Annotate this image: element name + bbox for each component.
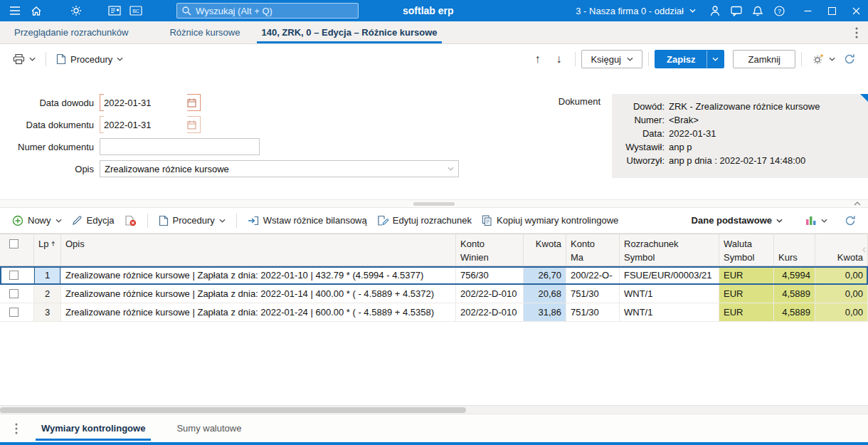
bottom-tabbar: Wymiary kontrolingowe Sumy walutowe — [0, 414, 868, 442]
column-header-konto-ma[interactable]: Konto Ma — [566, 234, 620, 266]
help-icon[interactable]: ? — [768, 0, 790, 21]
column-header-waluta-symbol[interactable]: Waluta Symbol — [719, 234, 774, 266]
bottom-tabs-menu-icon[interactable] — [7, 414, 26, 442]
scrollbar-thumb[interactable] — [0, 407, 466, 413]
column-header-waluta-kwota[interactable]: Kwota — [815, 234, 868, 266]
home-icon[interactable] — [26, 0, 47, 21]
zapisz-dropdown-chevron[interactable] — [706, 51, 724, 68]
minimize-button[interactable] — [795, 0, 820, 21]
cell-kwota: 26,70 — [524, 266, 566, 285]
chat-icon[interactable] — [726, 0, 747, 21]
opis-value[interactable] — [100, 164, 448, 174]
edit-row-button[interactable]: Edycja — [67, 211, 120, 231]
column-header-lp[interactable]: Lp — [34, 234, 61, 266]
print-button[interactable] — [9, 49, 40, 69]
table-row[interactable]: 2 Zrealizowane różnice kursowe | Zapłata… — [0, 285, 868, 303]
tab-sumy-walutowe[interactable]: Sumy walutowe — [171, 414, 247, 442]
column-scroll-left-icon[interactable]: ‹ — [862, 243, 866, 256]
calendar-icon[interactable] — [187, 98, 196, 108]
app-title: softlab erp — [403, 5, 454, 16]
zapisz-button[interactable]: Zapisz — [655, 50, 724, 68]
tab-zrk-edycja-active[interactable]: 140, ZRK, 0 – Edycja – Różnice kursowe — [257, 21, 441, 43]
header-label: Kurs — [778, 251, 810, 264]
chevron-down-icon[interactable] — [448, 167, 458, 171]
cell-opis: Zrealizowane różnice kursowe | Zapłata z… — [61, 303, 456, 322]
view-selector[interactable]: Dane podstawowe — [687, 211, 788, 231]
chart-columns-icon[interactable] — [800, 211, 832, 231]
edit-row-label: Edycja — [87, 215, 115, 226]
panel-splitter[interactable] — [0, 199, 868, 208]
maximize-button[interactable] — [820, 0, 844, 21]
separator — [46, 52, 46, 66]
row-checkbox[interactable] — [9, 271, 18, 280]
opis-combo-input[interactable] — [100, 160, 459, 177]
new-row-button[interactable]: Nowy — [7, 211, 67, 231]
numer-dokumentu-input[interactable] — [100, 138, 260, 155]
delete-row-icon[interactable] — [120, 211, 142, 231]
column-header-kwota-winien[interactable]: Kwota — [524, 234, 566, 266]
data-dowodu-value[interactable] — [104, 94, 187, 111]
data-dowodu-input[interactable] — [100, 94, 201, 111]
tab-label: Wymiary kontrolingowe — [41, 423, 145, 434]
cell-value: 2 — [45, 288, 50, 299]
cell-rozrachunek: WNT/1 — [620, 303, 719, 322]
splitter-handle[interactable] — [413, 202, 455, 206]
tab-label: Sumy walutowe — [176, 423, 241, 434]
tab-label: 140, ZRK, 0 – Edycja – Różnice kursowe — [261, 27, 437, 38]
close-button[interactable] — [844, 0, 868, 21]
search-input[interactable] — [196, 6, 354, 16]
personalization-icon[interactable] — [808, 49, 840, 69]
collapse-panel-chevron-up-icon[interactable] — [854, 201, 861, 206]
data-dokumentu-input[interactable] — [100, 116, 201, 133]
edit-settlement-button[interactable]: Edytuj rozrachunek — [372, 211, 477, 231]
notifications-bell-icon[interactable] — [747, 0, 768, 21]
tab-label: Przeglądanie rozrachunków — [14, 27, 128, 38]
tab-overflow-menu-icon[interactable] — [845, 21, 868, 43]
move-down-button[interactable]: ↓ — [548, 49, 569, 69]
chevron-down-icon — [712, 57, 719, 61]
cell-value: EUR — [724, 288, 743, 299]
global-search[interactable] — [176, 3, 359, 19]
tab-wymiary-kontrolingowe[interactable]: Wymiary kontrolingowe — [36, 414, 151, 442]
grid-procedures-label: Procedury — [173, 215, 215, 226]
horizontal-scrollbar[interactable] — [0, 405, 868, 414]
tab-przegladanie-rozrachunkow[interactable]: Przeglądanie rozrachunków — [10, 21, 132, 43]
header-label: Konto — [460, 237, 519, 251]
column-header-kurs[interactable]: Kurs — [774, 234, 815, 266]
doc-info-value: <Brak> — [669, 113, 864, 127]
document-info-panel: Dowód:ZRK - Zrealizowane różnice kursowe… — [612, 94, 868, 178]
cell-kurs: 4,5889 — [774, 285, 815, 303]
user-icon[interactable] — [704, 0, 726, 21]
row-checkbox[interactable] — [9, 289, 18, 298]
table-row[interactable]: 3 Zrealizowane różnice kursowe | Zapłata… — [0, 303, 868, 322]
zamknij-button[interactable]: Zamknij — [733, 50, 795, 68]
grid-refresh-icon[interactable] — [840, 211, 861, 231]
column-header-rozrachunek[interactable]: Rozrachunek Symbol — [620, 234, 719, 266]
grid-procedures-button[interactable]: Procedury — [154, 211, 231, 231]
company-selector[interactable]: 3 - Nasza firma 0 - oddział — [567, 0, 704, 21]
settings-icon[interactable] — [65, 0, 87, 21]
insert-balance-diff-button[interactable]: Wstaw różnice bilansową — [243, 211, 372, 231]
table-row[interactable]: 1 Zrealizowane różnice kursowe | Zapłata… — [0, 266, 868, 285]
field-label-data-dowodu: Data dowodu — [0, 98, 100, 108]
select-all-checkbox[interactable] — [9, 239, 18, 248]
row-checkbox[interactable] — [9, 308, 18, 317]
move-up-button[interactable]: ↑ — [526, 49, 548, 69]
news-card-icon[interactable] — [104, 0, 125, 21]
cell-value: WNT/1 — [624, 288, 652, 299]
data-dokumentu-value[interactable] — [104, 116, 187, 133]
ksieguj-button[interactable]: Księguj — [581, 50, 642, 68]
cell-konto-winien: 756/30 — [456, 266, 524, 285]
refresh-icon[interactable] — [840, 49, 859, 69]
cell-waluta-kwota: 0,00 — [815, 266, 868, 285]
grid-toolbar: Nowy Edycja Procedury Wstaw różnice bila… — [0, 208, 868, 234]
procedures-button[interactable]: Procedury — [52, 49, 127, 69]
column-header-opis[interactable]: Opis — [61, 234, 456, 266]
cell-value: 0,00 — [845, 288, 863, 299]
copy-dimensions-button[interactable]: Kopiuj wymiary kontrolingowe — [477, 211, 623, 231]
tab-roznice-kursowe[interactable]: Różnice kursowe — [165, 21, 244, 43]
bc-module-icon[interactable]: BC — [125, 0, 147, 21]
hamburger-menu-icon[interactable] — [4, 0, 26, 21]
column-header-konto-winien[interactable]: Konto Winien — [456, 234, 524, 266]
calendar-icon[interactable] — [187, 120, 196, 130]
